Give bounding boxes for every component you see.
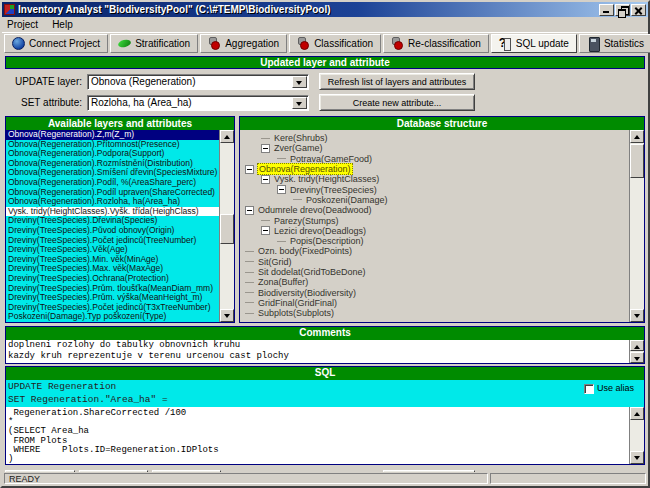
tree-node-label[interactable]: Popis(Description) bbox=[289, 236, 365, 246]
layer-list-item[interactable]: Obnova(Regeneration).Z,m(Z_m) bbox=[6, 130, 219, 140]
scroll-up-icon[interactable] bbox=[220, 130, 234, 143]
layer-list-item[interactable]: Dreviny(TreeSpecies).Počet jedinců(T3xTr… bbox=[6, 303, 219, 313]
use-alias-option[interactable]: Use alias bbox=[584, 382, 634, 395]
tree-node[interactable]: Popis(Description) bbox=[240, 236, 629, 246]
refresh-layers-button[interactable]: Refresh list of layers and attributes bbox=[319, 73, 475, 90]
layer-list-item[interactable]: Dreviny(TreeSpecies).Max. věk(MaxAge) bbox=[6, 264, 219, 274]
layer-list-item[interactable]: Dreviny(TreeSpecies).Min. věk(MinAge) bbox=[6, 255, 219, 265]
layer-list-item[interactable]: Obnova(Regeneration).Rozloha, ha(Area_ha… bbox=[6, 197, 219, 207]
menu-project[interactable]: Project bbox=[7, 19, 38, 30]
menu-help[interactable]: Help bbox=[52, 19, 73, 30]
collapse-icon[interactable] bbox=[261, 175, 270, 184]
tree-node-label[interactable]: Subplots(Subplots) bbox=[257, 308, 335, 318]
layer-list-item[interactable]: Dreviny(TreeSpecies).Původ obnovy(Origin… bbox=[6, 226, 219, 236]
create-attribute-button[interactable]: Create new attribute... bbox=[319, 94, 475, 111]
sql-editor[interactable]: Regeneration.ShareCorrected /100 * (SELE… bbox=[6, 407, 629, 464]
tree-node[interactable]: Odumrele drevo(Deadwood) bbox=[240, 205, 629, 215]
scroll-down-icon[interactable] bbox=[630, 309, 644, 322]
tree-node-label[interactable]: Ozn. body(FixedPoints) bbox=[257, 246, 353, 256]
tree-node[interactable]: Obnova(Regeneration) bbox=[240, 164, 629, 174]
layer-list-item[interactable]: Obnova(Regeneration).Podíl upraven(Share… bbox=[6, 188, 219, 198]
tree-node[interactable]: Zver(Game) bbox=[240, 143, 629, 153]
scroll-up-icon[interactable] bbox=[630, 340, 644, 351]
layer-list-item[interactable]: Obnova(Regeneration).Přítomnost(Presence… bbox=[6, 140, 219, 150]
collapse-icon[interactable] bbox=[261, 144, 270, 153]
tree-node-label[interactable]: Parezy(Stumps) bbox=[273, 216, 340, 226]
tab-statistics[interactable]: Statistics bbox=[579, 34, 650, 53]
comments-textarea[interactable]: doplneni rozlohy do tabulky obnovnich kr… bbox=[6, 340, 629, 363]
tree-node[interactable]: Parezy(Stumps) bbox=[240, 215, 629, 225]
tree-node-label[interactable]: Lezici drevo(Deadlogs) bbox=[273, 226, 367, 236]
layer-list-item[interactable]: Obnova(Regeneration).Rozmístnění(Distrib… bbox=[6, 159, 219, 169]
load-sql-button[interactable]: Load SQL bbox=[152, 470, 221, 473]
tab-stratification[interactable]: Stratification bbox=[110, 34, 198, 53]
tree-node[interactable]: Ozn. body(FixedPoints) bbox=[240, 246, 629, 256]
tree-node[interactable]: Sit(Grid) bbox=[240, 257, 629, 267]
tree-node-label[interactable]: Biodiversity(Biodiversity) bbox=[257, 288, 357, 298]
collapse-icon[interactable] bbox=[245, 165, 254, 174]
layer-list-item[interactable]: Dreviny(TreeSpecies).Dřevina(Species) bbox=[6, 216, 219, 226]
chevron-down-icon[interactable] bbox=[292, 76, 307, 88]
tree-node-label[interactable]: Zona(Buffer) bbox=[257, 277, 309, 287]
tab-aggregation[interactable]: Aggregation bbox=[200, 34, 287, 53]
tab-sql-update[interactable]: SQL update bbox=[491, 34, 577, 53]
tree-node[interactable]: Dreviny(TreeSpecies) bbox=[240, 184, 629, 194]
scroll-thumb[interactable] bbox=[220, 214, 234, 244]
layer-list-item[interactable]: Poskozeni(Damage).Typ poškození(Type) bbox=[6, 312, 219, 322]
tree-node-label[interactable]: Obnova(Regeneration) bbox=[257, 163, 353, 175]
tree-node-label[interactable]: Sit(Grid) bbox=[257, 257, 293, 267]
tree-node-label[interactable]: GridFinal(GridFinal) bbox=[257, 298, 338, 308]
tree-node[interactable]: Biodiversity(Biodiversity) bbox=[240, 287, 629, 297]
layer-list-item[interactable]: Dreviny(TreeSpecies).Věk(Age) bbox=[6, 245, 219, 255]
collapse-icon[interactable] bbox=[245, 206, 254, 215]
tree-node-label[interactable]: Odumrele drevo(Deadwood) bbox=[257, 205, 373, 215]
collapse-icon[interactable] bbox=[261, 226, 270, 235]
tree-node[interactable]: Vysk. tridy(HeightClasses) bbox=[240, 174, 629, 184]
layer-list-item[interactable]: Obnova(Regeneration).Podpora(Support) bbox=[6, 149, 219, 159]
set-attribute-combobox[interactable]: Rozloha, ha (Area_ha) bbox=[87, 95, 309, 111]
tree-node-label[interactable]: Vysk. tridy(HeightClasses) bbox=[273, 174, 380, 184]
layer-list-item[interactable]: Dreviny(TreeSpecies).Prům. výška(MeanHei… bbox=[6, 293, 219, 303]
close-button[interactable] bbox=[631, 4, 646, 16]
chevron-down-icon[interactable] bbox=[292, 97, 307, 109]
minimize-button[interactable] bbox=[599, 4, 614, 16]
tab-connect-project[interactable]: Connect Project bbox=[4, 34, 108, 53]
layer-list-item[interactable]: Dreviny(TreeSpecies).Ochrana(Protection) bbox=[6, 274, 219, 284]
tree-node-label[interactable]: Kere(Shrubs) bbox=[273, 133, 329, 143]
tree-node[interactable]: GridFinal(GridFinal) bbox=[240, 298, 629, 308]
scroll-down-icon[interactable] bbox=[630, 352, 644, 363]
layer-list-item[interactable]: Obnova(Regeneration).Smíšení dřevin(Spec… bbox=[6, 168, 219, 178]
scroll-down-icon[interactable] bbox=[630, 451, 644, 464]
scroll-up-icon[interactable] bbox=[630, 407, 644, 420]
tree-node-label[interactable]: Sit dodelat(GridToBeDone) bbox=[257, 267, 367, 277]
tree-node[interactable]: Lezici drevo(Deadlogs) bbox=[240, 226, 629, 236]
sql-scrollbar[interactable] bbox=[629, 407, 644, 464]
scroll-up-icon[interactable] bbox=[630, 130, 644, 143]
layers-scrollbar[interactable] bbox=[219, 130, 234, 322]
tree-scrollbar[interactable] bbox=[629, 130, 644, 322]
tree-node[interactable]: Zona(Buffer) bbox=[240, 277, 629, 287]
clear-sql-button[interactable]: Clear SQL bbox=[5, 470, 75, 473]
tree-node-label[interactable]: Zver(Game) bbox=[273, 143, 324, 153]
tab-classification[interactable]: Classification bbox=[289, 34, 381, 53]
scroll-down-icon[interactable] bbox=[220, 309, 234, 322]
layer-list-item[interactable]: Vysk. tridy(HeightClasses).Vyšk. třída(H… bbox=[6, 207, 219, 217]
tree-node[interactable]: Subplots(Subplots) bbox=[240, 308, 629, 318]
restore-button[interactable] bbox=[615, 4, 630, 16]
layer-list-item[interactable]: Dreviny(TreeSpecies).Počet jedinců(TreeN… bbox=[6, 236, 219, 246]
update-layer-combobox[interactable]: Obnova (Regeneration) bbox=[87, 74, 309, 90]
scroll-thumb[interactable] bbox=[630, 144, 644, 178]
tree-node[interactable]: Sit dodelat(GridToBeDone) bbox=[240, 267, 629, 277]
use-alias-checkbox[interactable] bbox=[584, 384, 594, 394]
execute-sql-button[interactable]: Execute SQL bbox=[383, 470, 475, 473]
save-sql-button[interactable]: Save SQL bbox=[79, 470, 148, 473]
tree-node-label[interactable]: Dreviny(TreeSpecies) bbox=[289, 185, 378, 195]
collapse-icon[interactable] bbox=[277, 185, 286, 194]
tree-node[interactable]: Kere(Shrubs) bbox=[240, 133, 629, 143]
tab-re-classification[interactable]: Re-classification bbox=[383, 34, 489, 53]
comments-scrollbar[interactable] bbox=[629, 340, 644, 363]
layer-list-item[interactable]: Obnova(Regeneration).Podíl, %(AreaShare_… bbox=[6, 178, 219, 188]
tree-node[interactable]: Poskozeni(Damage) bbox=[240, 195, 629, 205]
layer-list-item[interactable]: Dreviny(TreeSpecies).Prům. tloušťka(Mean… bbox=[6, 284, 219, 294]
tree-node-label[interactable]: Poskozeni(Damage) bbox=[305, 195, 389, 205]
